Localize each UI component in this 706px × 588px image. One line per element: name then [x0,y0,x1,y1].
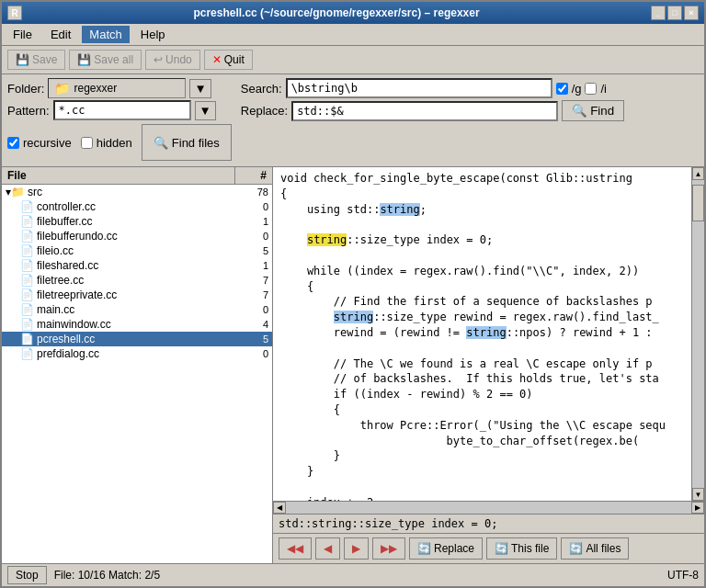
folder-icon: 📁 [11,186,25,198]
undo-button[interactable]: ↩ Undo [145,50,200,70]
maximize-button[interactable]: □ [667,6,682,20]
minimize-button[interactable]: _ [651,6,666,20]
pattern-dropdown-button[interactable]: ▼ [195,101,216,120]
tree-item-filetreeprivate-cc[interactable]: 📄filetreeprivate.cc7 [2,288,272,302]
replace-input[interactable] [291,101,558,121]
tree-item-prefdialog-cc[interactable]: 📄prefdialog.cc0 [2,346,272,361]
code-line: void check_for_single_byte_escape(const … [280,171,684,187]
close-button[interactable]: × [684,6,699,20]
search-input[interactable] [286,78,552,98]
recursive-checkbox[interactable] [7,137,19,149]
item-name: filebuffer.cc [37,215,92,228]
file-tree[interactable]: ▾ 📁src78📄controller.cc0📄filebuffer.cc1📄f… [2,185,272,563]
this-file-button[interactable]: 🔄 This file [486,537,557,560]
code-line [280,248,684,264]
code-line: { [280,402,684,418]
last-match-button[interactable]: ▶▶ [372,537,405,560]
prev-match-button[interactable]: ◀ [315,537,340,560]
left-controls: Folder: 📁 regexxer ▼ Pattern: ▼ recursiv… [7,78,232,163]
next-icon: ▶ [352,542,360,555]
hidden-label: hidden [97,136,132,150]
tree-item-src[interactable]: ▾ 📁src78 [2,185,272,199]
find-icon: 🔍 [572,104,587,118]
folder-icon: 📁 [54,81,70,96]
tree-item-controller-cc[interactable]: 📄controller.cc0 [2,199,272,214]
flag-i-label: /i [600,82,607,96]
all-files-button[interactable]: 🔄 All files [561,537,629,560]
find-files-button[interactable]: 🔍 Find files [142,124,232,161]
save-all-button[interactable]: 💾 Save all [69,50,142,70]
flag-i-checkbox[interactable] [585,83,597,95]
nav-buttons: ◀◀ ◀ ▶ ▶▶ 🔄 Replace 🔄 This file [273,533,704,563]
code-line: index += 2; [280,495,684,501]
last-icon: ▶▶ [381,542,397,555]
scroll-h-track[interactable] [286,502,691,514]
tree-item-filebufferundo-cc[interactable]: 📄filebufferundo.cc0 [2,229,272,243]
status-info: File: 10/16 Match: 2/5 [54,569,660,582]
item-name: filetree.cc [37,274,84,287]
stop-button[interactable]: Stop [7,566,47,584]
code-area[interactable]: void check_for_single_byte_escape(const … [273,167,691,501]
scroll-track[interactable] [692,180,704,488]
replace-label: Replace: [241,104,288,118]
scroll-left-button[interactable]: ◀ [273,502,286,514]
window-title: pcreshell.cc (~/source/gnome/regexxer/sr… [22,6,651,19]
item-name: src [28,186,42,198]
code-line: } [280,464,684,480]
first-match-button[interactable]: ◀◀ [279,537,312,560]
search-label: Search: [241,82,282,96]
quit-button[interactable]: ✕ Quit [204,50,253,70]
scroll-down-button[interactable]: ▼ [692,488,704,501]
menubar: File Edit Match Help [2,24,704,46]
item-count: 1 [263,260,268,271]
code-line: { [280,279,684,295]
col-count-header: # [235,167,272,184]
pattern-input[interactable] [53,100,191,120]
hidden-checkbox[interactable] [81,137,93,149]
tree-item-fileio-cc[interactable]: 📄fileio.cc5 [2,243,272,258]
code-line: { [280,187,684,202]
tree-item-main-cc[interactable]: 📄main.cc0 [2,302,272,317]
vertical-scrollbar[interactable]: ▲ ▼ [691,167,704,501]
replace-button[interactable]: 🔄 Replace [409,537,483,560]
replace-row: Replace: 🔍 Find [241,100,624,121]
menu-help[interactable]: Help [133,26,173,43]
flag-g-label: /g [572,82,582,96]
hidden-row: hidden [81,124,132,161]
tree-item-filetree-cc[interactable]: 📄filetree.cc7 [2,273,272,288]
horizontal-scrollbar[interactable]: ◀ ▶ [273,501,704,514]
next-match-button[interactable]: ▶ [344,537,369,560]
code-line: // The \C we found is a real \C escape o… [280,356,684,372]
scroll-thumb[interactable] [692,185,704,221]
menu-file[interactable]: File [6,26,40,43]
first-icon: ◀◀ [287,542,303,555]
scroll-up-button[interactable]: ▲ [692,167,704,180]
code-content: void check_for_single_byte_escape(const … [273,167,691,501]
item-name: main.cc [37,303,74,316]
tree-item-mainwindow-cc[interactable]: 📄mainwindow.cc4 [2,317,272,332]
code-wrapper: void check_for_single_byte_escape(const … [273,167,704,501]
code-line: if ((index - rewind) % 2 == 0) [280,387,684,402]
tree-item-pcreshell-cc[interactable]: 📄pcreshell.cc5 [2,332,272,346]
replace-icon: 🔄 [417,542,431,555]
flag-g-checkbox[interactable] [556,83,568,95]
folder-dropdown-button[interactable]: ▼ [189,79,211,98]
find-button[interactable]: 🔍 Find [562,100,624,121]
encoding-label: UTF-8 [667,569,699,582]
item-count: 4 [263,319,268,330]
item-name: filebufferundo.cc [37,230,118,243]
window-controls: _ □ × [651,6,699,20]
menu-edit[interactable]: Edit [43,26,78,43]
save-button[interactable]: 💾 Save [7,50,65,70]
menu-match[interactable]: Match [82,26,129,43]
scroll-right-button[interactable]: ▶ [691,502,704,514]
file-icon: 📄 [20,215,34,228]
tree-item-fileshared-cc[interactable]: 📄fileshared.cc1 [2,258,272,273]
code-line [280,341,684,356]
item-name: prefdialog.cc [37,347,99,360]
app-icon: R [7,6,22,20]
folder-selector[interactable]: 📁 regexxer [48,78,186,98]
preview-bar: std::string::size_type index = 0; [273,514,704,533]
tree-item-filebuffer-cc[interactable]: 📄filebuffer.cc1 [2,214,272,229]
item-count: 0 [263,201,268,212]
